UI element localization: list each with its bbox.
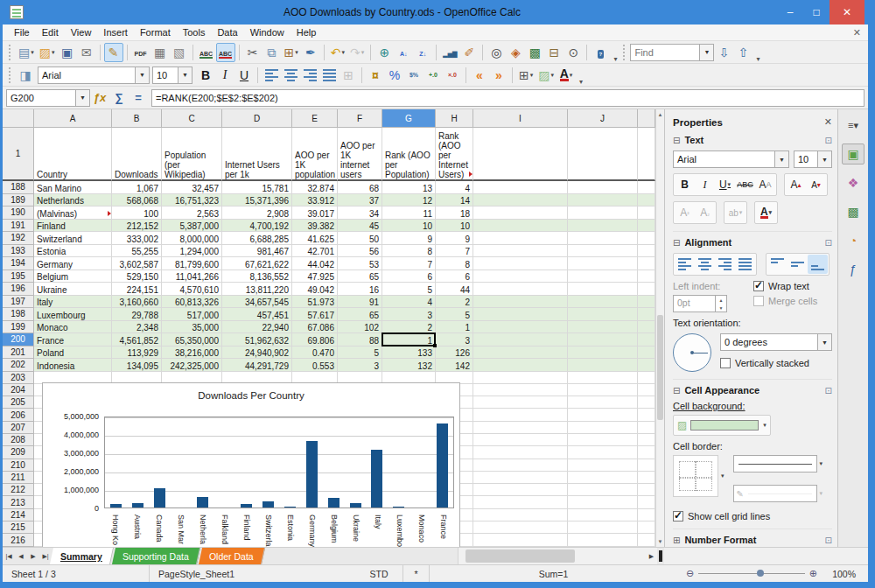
cut-button[interactable]: ✂ [243,43,262,62]
row-header-190[interactable]: 190 [3,206,34,220]
panel-strikethrough-button[interactable]: ABC [735,175,755,194]
cell-B193[interactable]: 55,255 [112,245,162,258]
cell-D202[interactable]: 44,291,729 [222,359,292,372]
cell-K215[interactable] [638,522,655,534]
cell-F191[interactable]: 45 [338,220,382,233]
bold-button[interactable]: B [196,66,215,85]
column-header-partial[interactable] [638,109,655,128]
align-right-button[interactable] [300,66,319,85]
row-header-188[interactable]: 188 [3,181,34,194]
cell-K203[interactable] [638,372,655,384]
cell-I207[interactable] [473,422,568,434]
row-header-195[interactable]: 195 [3,270,34,284]
cell-G1[interactable]: Rank (AOO per Population) [382,128,436,181]
cell-H192[interactable]: 9 [436,232,473,245]
cell-I208[interactable] [473,434,568,446]
cell-E202[interactable]: 0.553 [292,359,338,372]
equals-icon[interactable]: = [129,91,148,104]
cell-B197[interactable]: 3,160,660 [112,296,162,309]
cell-A199[interactable]: Monaco [34,321,112,334]
find-toolbar-overflow[interactable]: ▾ [756,55,760,63]
cell-G188[interactable]: 13 [382,181,436,194]
row-header-213[interactable]: 213 [3,496,34,508]
column-header-F[interactable]: F [338,109,382,128]
cell-E190[interactable]: 39.017 [292,206,338,220]
cell-K216[interactable] [638,534,655,546]
cell-J188[interactable] [568,181,638,194]
merge-cells-checkbox[interactable] [753,296,764,306]
cell-J199[interactable] [568,321,638,334]
row-header-197[interactable]: 197 [3,296,34,309]
cell-F192[interactable]: 50 [338,232,382,245]
background-color-button[interactable]: ▨▾ [536,66,556,85]
row-header-210[interactable]: 210 [3,459,34,472]
name-box[interactable]: G200▼ [6,89,90,107]
cell-B191[interactable]: 212,152 [112,220,162,233]
cell-A200[interactable]: France [34,333,112,346]
cell-H188[interactable]: 4 [436,181,473,194]
cell-I191[interactable] [473,220,568,233]
cell-H1[interactable]: Rank (AOO per Internet Users) [436,128,473,181]
cell-J200[interactable] [568,333,638,346]
vertically-stacked-checkbox[interactable] [720,358,731,368]
cell-I193[interactable] [473,245,568,258]
row-header-196[interactable]: 196 [3,283,34,296]
close-button[interactable]: ✕ [830,0,864,24]
cell-G193[interactable]: 8 [382,245,436,258]
spreadsheet-grid[interactable]: ABCDEFGHIJ1CountryDownloadsPopulation (p… [3,109,655,547]
cell-K195[interactable] [638,270,655,284]
cell-C1[interactable]: Population (per Wikipedia) [162,128,222,181]
halign-center-button[interactable] [695,255,715,274]
cell-E201[interactable]: 0.470 [292,346,338,360]
cell-B201[interactable]: 113,929 [112,346,162,360]
redo-button[interactable]: ↷▾ [347,43,367,62]
cell-I190[interactable] [473,206,568,220]
cell-B192[interactable]: 333,002 [112,232,162,245]
cell-J210[interactable] [568,459,638,472]
cell-I200[interactable] [473,333,568,346]
cell-K192[interactable] [638,232,655,245]
underline-button[interactable]: U [234,66,254,85]
cell-J214[interactable] [568,509,638,522]
orientation-dial[interactable] [673,333,711,372]
minimize-button[interactable]: – [777,3,803,22]
cell-J201[interactable] [568,346,638,360]
align-left-button[interactable] [262,66,281,85]
zoom-knob[interactable] [757,570,764,577]
menu-insert[interactable]: Insert [97,25,134,39]
formatting-grip[interactable] [9,67,13,83]
cell-D193[interactable]: 981,467 [222,245,292,258]
cell-J192[interactable] [568,232,638,245]
sidebar-tab-styles[interactable]: ❖ [842,172,864,193]
page-style-indicator[interactable]: PageStyle_Sheet1 [150,565,355,582]
scroll-down-icon[interactable]: ▼ [656,536,664,547]
cell-J196[interactable] [568,283,638,296]
cell-C193[interactable]: 1,294,000 [162,245,222,258]
cell-C195[interactable]: 11,041,266 [162,270,222,284]
borders-button[interactable]: ⊞▾ [516,66,536,85]
collapse-icon[interactable]: ⊟ [673,136,680,145]
cell-A193[interactable]: Estonia [34,245,112,258]
split-handle[interactable] [659,550,662,562]
cell-J193[interactable] [568,245,638,258]
draw-functions-button[interactable]: ✐ [459,43,479,62]
row-header-198[interactable]: 198 [3,308,34,321]
cell-H196[interactable]: 44 [436,283,473,296]
highlight-color-button[interactable]: ab▾ [725,203,746,222]
font-name-dropdown-icon[interactable]: ▼ [135,67,149,83]
cell-I204[interactable] [473,384,568,396]
subscript-button[interactable]: A₂ [695,203,715,222]
row-header-211[interactable]: 211 [3,472,34,484]
cell-A202[interactable]: Indonesia [34,359,112,372]
row-header-214[interactable]: 214 [3,509,34,522]
align-justified-button[interactable] [319,66,339,85]
cell-D1[interactable]: Internet Users per 1k [222,128,292,181]
cell-A192[interactable]: Switzerland [34,232,112,245]
row-header-206[interactable]: 206 [3,409,34,421]
row-header-212[interactable]: 212 [3,484,34,496]
cell-E199[interactable]: 67.086 [292,321,338,334]
cell-I198[interactable] [473,308,568,321]
valign-bottom-button[interactable] [808,255,828,274]
cell-D190[interactable]: 2,908 [222,206,292,220]
auto-spellcheck-button[interactable]: ABC [216,43,235,62]
